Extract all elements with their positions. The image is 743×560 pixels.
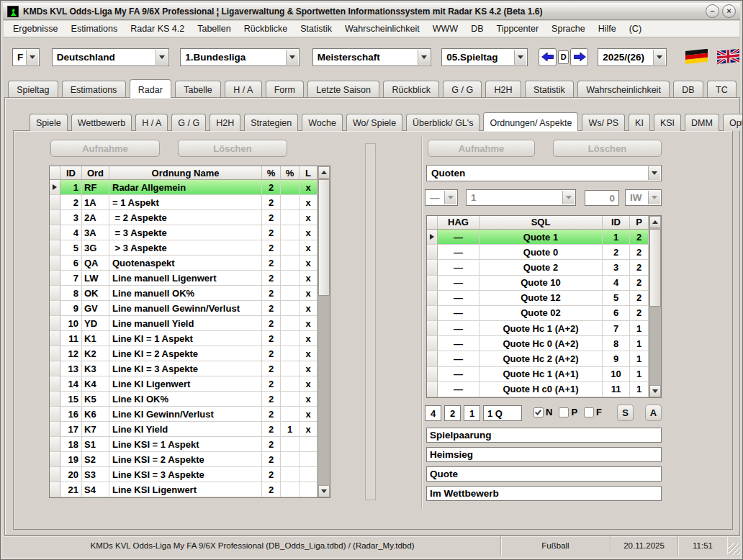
value-input[interactable]: 0 xyxy=(585,190,619,206)
checkbox[interactable]: N xyxy=(533,407,552,417)
panel-splitter[interactable] xyxy=(365,143,376,500)
scroll-down-icon[interactable] xyxy=(318,485,330,497)
table-row[interactable]: — Quote 02 6 2 xyxy=(427,306,649,321)
table-row[interactable]: 2 1A = 1 Aspekt 2 x xyxy=(50,195,318,210)
category-select[interactable]: Quoten xyxy=(426,165,662,181)
next-matchday-button[interactable] xyxy=(570,48,588,66)
parameter-select[interactable]: 1 xyxy=(466,189,576,206)
checkbox[interactable]: P xyxy=(559,407,577,417)
pairing-field[interactable]: Spielpaarung xyxy=(426,428,662,443)
primary-tab[interactable]: Rückblick xyxy=(383,81,439,98)
primary-tab[interactable]: Estimations xyxy=(62,81,126,98)
menu-item[interactable]: (C) xyxy=(623,22,648,36)
secondary-tab[interactable]: Strategien xyxy=(244,114,298,131)
filter-select[interactable]: F xyxy=(12,48,40,66)
secondary-tab[interactable]: G / G xyxy=(171,114,206,131)
country-select[interactable]: Deutschland xyxy=(52,48,170,66)
scrollbar-thumb[interactable] xyxy=(318,179,330,296)
table-row[interactable]: — Quote Hc 1 (A+1) 10 1 xyxy=(427,367,649,382)
table-row[interactable]: — Quote 1 1 2 xyxy=(427,230,649,245)
mini-input-1[interactable]: 1 xyxy=(464,405,480,421)
secondary-tab[interactable]: KSI xyxy=(654,114,681,131)
operator-select[interactable]: — xyxy=(425,189,458,206)
checkbox-box[interactable] xyxy=(533,407,544,417)
german-flag-icon[interactable] xyxy=(685,49,708,65)
close-button[interactable]: × xyxy=(722,4,736,18)
menu-item[interactable]: Hilfe xyxy=(592,22,623,36)
menu-item[interactable]: Statistik xyxy=(294,22,338,36)
secondary-tab[interactable]: Ordnungen/ Aspekte xyxy=(483,112,578,131)
primary-tab[interactable]: H / A xyxy=(225,81,261,98)
menu-item[interactable]: WWW xyxy=(426,22,464,36)
mini-input-4[interactable]: 4 xyxy=(425,405,441,421)
primary-tab[interactable]: DB xyxy=(673,81,703,98)
table-row[interactable]: 13 K3 Line KI = 3 Aspekte 2 x xyxy=(50,361,318,376)
table-row[interactable]: 5 3G > 3 Aspekte 2 x xyxy=(50,240,318,256)
checkbox-box[interactable] xyxy=(584,407,594,417)
table-row[interactable]: — Quote 0 2 2 xyxy=(427,245,649,260)
table-row[interactable]: 6 QA Quotenaspekt 2 x xyxy=(50,256,318,271)
menu-item[interactable]: Ergebnisse xyxy=(6,22,65,36)
delete-button-right[interactable]: Löschen xyxy=(553,140,662,157)
scroll-up-icon[interactable] xyxy=(649,216,661,228)
primary-tab[interactable]: H2H xyxy=(485,81,521,98)
table-row[interactable]: — Quote Hc 0 (A+2) 8 1 xyxy=(427,336,649,351)
primary-tab[interactable]: Letzte Saison xyxy=(307,81,379,98)
menu-item[interactable]: Tippcenter xyxy=(490,22,546,36)
secondary-tab[interactable]: Optionen xyxy=(723,114,743,131)
scroll-down-icon[interactable] xyxy=(649,385,661,397)
s-button[interactable]: S xyxy=(617,405,634,421)
table-row[interactable]: 16 K6 Line KI Gewinn/Verlust 2 x xyxy=(50,407,318,422)
mini-input-1q[interactable]: 1 Q xyxy=(483,405,522,421)
day-button[interactable]: D xyxy=(558,50,569,64)
ordnung-table-scrollbar[interactable] xyxy=(318,166,330,497)
checkbox[interactable]: F xyxy=(584,407,602,417)
table-row[interactable]: — Quote 12 5 2 xyxy=(427,291,649,306)
table-row[interactable]: 8 OK Line manuell OK% 2 x xyxy=(50,286,318,301)
table-row[interactable]: 19 S2 Line KSI = 2 Aspekte 2 xyxy=(50,452,318,467)
secondary-tab[interactable]: Spiele xyxy=(30,114,68,131)
competition-field[interactable]: Im Wettbewerb xyxy=(426,486,662,501)
menu-item[interactable]: Rückblicke xyxy=(238,22,294,36)
table-row[interactable]: — Quote Hc 2 (A+2) 9 1 xyxy=(427,351,649,366)
record-button-left[interactable]: Aufnahme xyxy=(50,140,160,157)
league-select[interactable]: 1.Bundesliga xyxy=(180,48,299,66)
secondary-tab[interactable]: DMM xyxy=(685,114,719,131)
table-row[interactable]: 18 S1 Line KSI = 1 Aspekt 2 xyxy=(50,437,318,452)
secondary-tab[interactable]: Ws/ PS xyxy=(582,114,625,131)
menu-item[interactable]: Sprache xyxy=(545,22,592,36)
secondary-tab[interactable]: H2H xyxy=(210,114,240,131)
table-row[interactable]: 10 YD Line manuell Yield 2 x xyxy=(50,316,318,331)
table-row[interactable]: 14 K4 Line KI Ligenwert 2 x xyxy=(50,376,318,392)
table-row[interactable]: 3 2A = 2 Aspekte 2 x xyxy=(50,210,318,225)
minimize-button[interactable]: – xyxy=(706,4,719,18)
menu-item[interactable]: Estimations xyxy=(65,22,125,36)
result-field[interactable]: Heimsieg xyxy=(426,447,662,462)
resize-grip-icon[interactable] xyxy=(729,543,740,555)
scrollbar-thumb[interactable] xyxy=(649,229,661,307)
table-row[interactable]: 1 RF Radar Allgemein 2 x xyxy=(50,180,318,195)
secondary-tab[interactable]: H / A xyxy=(135,114,168,131)
table-row[interactable]: 12 K2 Line KI = 2 Aspekte 2 x xyxy=(50,346,318,361)
mini-input-2[interactable]: 2 xyxy=(444,405,461,421)
primary-tab[interactable]: Tabelle xyxy=(175,81,221,98)
secondary-tab[interactable]: Wettbewerb xyxy=(71,114,132,131)
primary-tab[interactable]: Radar xyxy=(130,79,171,98)
secondary-tab[interactable]: Überblick/ GL's xyxy=(406,114,479,131)
primary-tab[interactable]: Wahrscheinlichkeit xyxy=(577,81,670,98)
table-row[interactable]: 11 K1 Line KI = 1 Aspekt 2 x xyxy=(50,331,318,346)
table-row[interactable]: — Quote H c0 (A+1) 11 1 xyxy=(427,382,649,397)
table-row[interactable]: 17 K7 Line KI Yield 2 1 x xyxy=(50,422,318,437)
primary-tab[interactable]: Form xyxy=(266,81,305,98)
matchday-select[interactable]: 05.Spieltag xyxy=(441,48,528,66)
menu-item[interactable]: Wahrscheinlichkeit xyxy=(338,22,426,36)
table-row[interactable]: 4 3A = 3 Aspekte 2 x xyxy=(50,225,318,240)
secondary-tab[interactable]: KI xyxy=(629,114,650,131)
table-row[interactable]: 7 LW Line manuell Ligenwert 2 x xyxy=(50,271,318,286)
record-button-right[interactable]: Aufnahme xyxy=(428,140,535,157)
primary-tab[interactable]: TC xyxy=(707,81,737,98)
table-row[interactable]: 15 K5 Line KI OK% 2 x xyxy=(50,392,318,407)
primary-tab[interactable]: Statistik xyxy=(525,81,574,98)
season-select[interactable]: 2025/(26) xyxy=(598,48,667,66)
secondary-tab[interactable]: Woche xyxy=(302,114,343,131)
